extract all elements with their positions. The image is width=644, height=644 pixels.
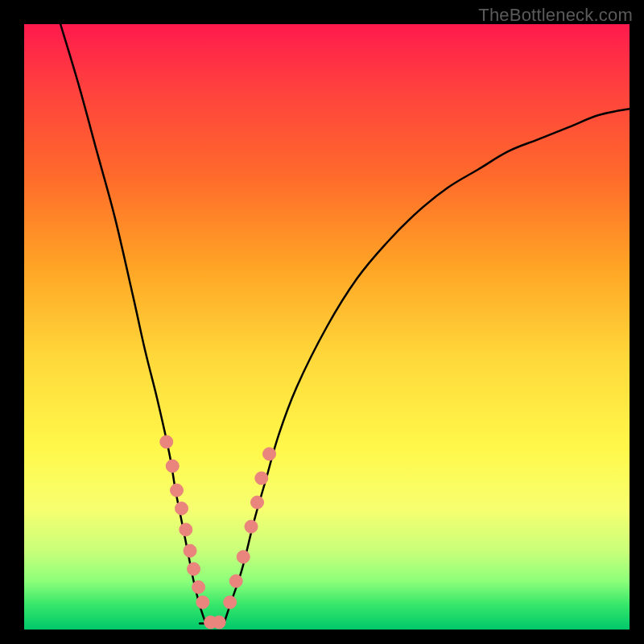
watermark-text: TheBottleneck.com	[478, 5, 633, 26]
bottleneck-curve	[60, 24, 630, 623]
marker-right-dots	[229, 575, 242, 588]
marker-left-dots	[196, 596, 209, 609]
marker-left-dots	[192, 580, 205, 593]
datapoint-markers	[160, 436, 276, 629]
plot-gradient-area	[24, 24, 630, 630]
marker-left-dots	[166, 460, 179, 473]
marker-left-dots	[171, 484, 184, 497]
marker-right-dots	[255, 472, 268, 485]
marker-right-dots	[237, 551, 250, 564]
marker-left-dots	[184, 544, 196, 557]
marker-left-dots	[175, 502, 188, 515]
marker-left-dots	[188, 563, 200, 576]
plot-svg	[24, 24, 630, 630]
curve-right-curve	[224, 109, 630, 623]
marker-right-dots	[245, 520, 258, 533]
outer-frame: TheBottleneck.com	[0, 0, 644, 644]
marker-left-dots	[160, 436, 173, 448]
marker-right-dots	[251, 496, 264, 509]
marker-right-dots	[224, 596, 237, 609]
marker-left-dots	[180, 523, 192, 536]
marker-right-dots	[263, 448, 276, 460]
marker-left-dots	[213, 616, 225, 629]
